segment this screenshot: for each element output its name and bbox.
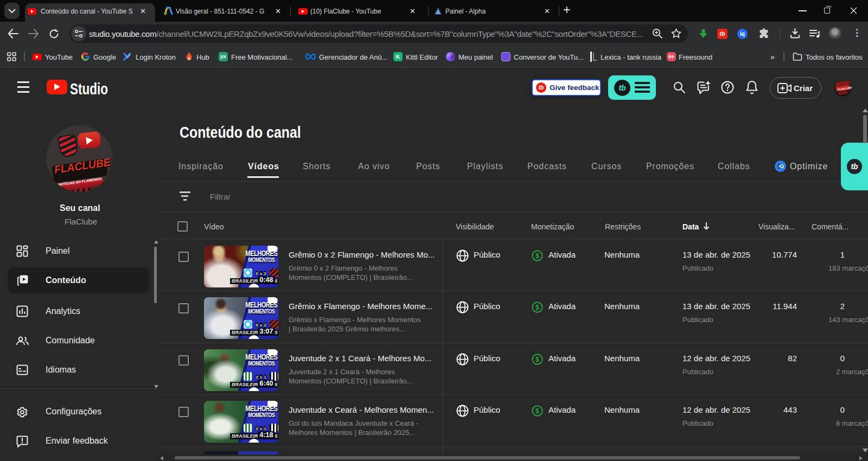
- svg-text:$: $: [535, 356, 539, 363]
- svg-text:$: $: [535, 304, 539, 311]
- svg-text:$: $: [535, 407, 539, 415]
- svg-text:$: $: [535, 252, 539, 260]
